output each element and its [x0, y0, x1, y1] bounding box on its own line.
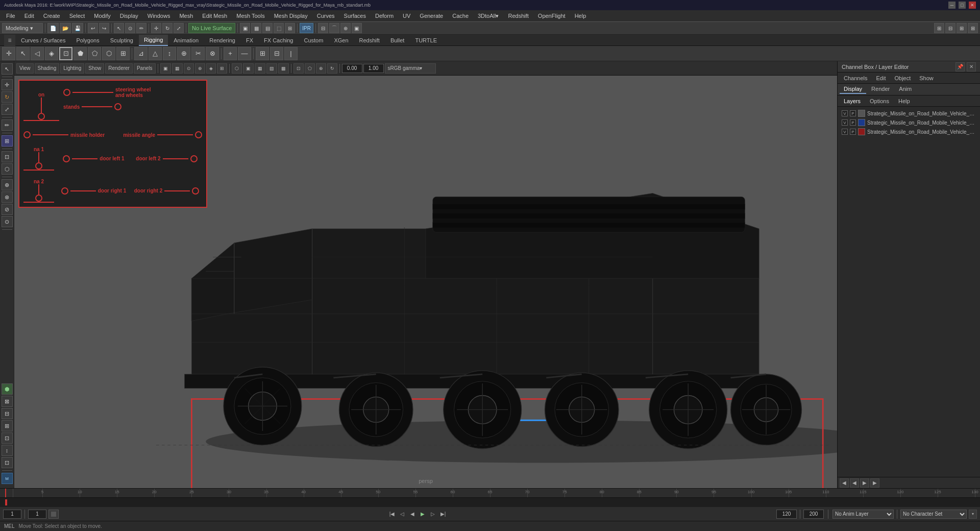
- layer-v-1[interactable]: V: [842, 119, 848, 126]
- menu-select[interactable]: Select: [65, 12, 89, 20]
- tab-polygons[interactable]: Polygons: [71, 35, 104, 46]
- icon-right3[interactable]: ⊞: [957, 23, 967, 33]
- render-btn3[interactable]: ▤: [262, 23, 273, 33]
- rp-tab-edit[interactable]: Edit: [872, 74, 890, 82]
- icon-right2[interactable]: ⊟: [945, 23, 955, 33]
- rig-tool-10[interactable]: △: [149, 47, 162, 60]
- layer-v-0[interactable]: V: [842, 110, 848, 116]
- rig-tool-12[interactable]: ⊕: [177, 47, 190, 60]
- minimize-button[interactable]: ─: [948, 2, 955, 9]
- rp-main-render[interactable]: Render: [867, 85, 894, 94]
- rp-ctrl-btn2[interactable]: ◀: [850, 478, 859, 488]
- lt-select[interactable]: ↖: [2, 63, 13, 75]
- rp-ctrl-btn1[interactable]: ◀: [840, 478, 849, 488]
- mode-dropdown[interactable]: Modeling ▾: [2, 23, 43, 33]
- step-back-button[interactable]: ◁: [398, 510, 406, 518]
- open-button[interactable]: 📂: [60, 23, 71, 33]
- rig-tool-18[interactable]: ⊟: [270, 47, 283, 60]
- new-button[interactable]: 📄: [47, 23, 59, 33]
- rig-tool-9[interactable]: ⊿: [134, 47, 148, 60]
- vp-icon6[interactable]: ⊞: [217, 63, 227, 74]
- maximize-button[interactable]: □: [959, 2, 966, 9]
- render-btn2[interactable]: ▦: [251, 23, 261, 33]
- viewport-area[interactable]: View Shading Lighting Show Renderer Pane…: [14, 61, 837, 488]
- rp-ctrl-btn3[interactable]: ▶: [860, 478, 869, 488]
- lt-tool1[interactable]: ✏: [2, 119, 13, 131]
- tab-rigging[interactable]: Rigging: [139, 35, 168, 46]
- vp-icon13[interactable]: ⬠: [305, 63, 315, 74]
- rig-tool-7[interactable]: ⬡: [102, 47, 115, 60]
- paint-tool[interactable]: ✏: [136, 23, 146, 33]
- end-frame-input[interactable]: [776, 510, 797, 519]
- menu-help[interactable]: Help: [571, 12, 591, 20]
- rig-tool-15[interactable]: +: [224, 47, 237, 60]
- vp-icon14[interactable]: ⊕: [316, 63, 326, 74]
- rotate-tool[interactable]: ↻: [162, 23, 173, 33]
- rig-tool-8[interactable]: ⊞: [116, 47, 130, 60]
- character-set-select[interactable]: No Character Set: [900, 510, 967, 519]
- rig-tool-lasso[interactable]: ◁: [31, 47, 44, 60]
- lt-rotate[interactable]: ↻: [2, 91, 13, 103]
- tab-animation[interactable]: Animation: [168, 35, 204, 46]
- rig-tool-19[interactable]: |: [284, 47, 298, 60]
- rp-main-display[interactable]: Display: [840, 85, 866, 94]
- anim-layer-select[interactable]: No Anim Layer: [832, 510, 894, 519]
- rig-tool-4[interactable]: ⊡: [59, 47, 72, 60]
- vp-icon7[interactable]: ⬡: [232, 63, 242, 74]
- menu-mesh[interactable]: Mesh: [175, 12, 197, 20]
- rig-tool-11[interactable]: ↕: [163, 47, 176, 60]
- lasso-tool[interactable]: ⊙: [125, 23, 135, 33]
- select-tool[interactable]: ↖: [114, 23, 124, 33]
- tab-menu-button[interactable]: ≡: [4, 35, 15, 46]
- undo-button[interactable]: ↩: [88, 23, 98, 33]
- rig-tool-13[interactable]: ✂: [191, 47, 205, 60]
- lt-tool13[interactable]: ⊡: [2, 432, 13, 444]
- snap-point[interactable]: ⊕: [340, 23, 351, 33]
- lt-maya-icon[interactable]: M: [2, 473, 13, 484]
- layer-p-1[interactable]: P: [850, 119, 856, 126]
- icon-btn1[interactable]: IPR: [300, 23, 313, 33]
- range-end-input[interactable]: [803, 510, 824, 519]
- lt-tool9[interactable]: ⬢: [2, 383, 13, 395]
- char-set-options[interactable]: ▾: [969, 510, 977, 519]
- close-button[interactable]: ✕: [969, 2, 976, 9]
- layer-row-0[interactable]: V P Strategic_Missile_on_Road_Mobile_Veh…: [840, 109, 978, 118]
- menu-deform[interactable]: Deform: [371, 12, 398, 20]
- rp-sub-help[interactable]: Help: [894, 97, 914, 105]
- lt-move[interactable]: ✛: [2, 79, 13, 90]
- icon-right1[interactable]: ⊞: [934, 23, 944, 33]
- vp-shading[interactable]: Shading: [35, 63, 60, 74]
- rig-tool-14[interactable]: ⊗: [206, 47, 219, 60]
- rig-tool-select[interactable]: ↖: [16, 47, 30, 60]
- menu-surfaces[interactable]: Surfaces: [340, 12, 370, 20]
- menu-3dtoall[interactable]: 3DtoAll▾: [474, 12, 503, 20]
- menu-mesh-display[interactable]: Mesh Display: [270, 12, 312, 20]
- snap-curve[interactable]: ⌒: [329, 23, 339, 33]
- lt-tool8[interactable]: ⊙: [2, 216, 13, 227]
- icon-right4[interactable]: ⊞: [968, 23, 978, 33]
- lt-tool14[interactable]: ↕: [2, 445, 13, 456]
- tab-bullet[interactable]: Bullet: [385, 35, 410, 46]
- vp-show[interactable]: Show: [85, 63, 104, 74]
- menu-redshift[interactable]: Redshift: [504, 12, 532, 20]
- layer-p-0[interactable]: P: [850, 110, 856, 116]
- menu-file[interactable]: File: [2, 12, 19, 20]
- vp-icon4[interactable]: ⊕: [195, 63, 205, 74]
- vp-icon12[interactable]: ⊡: [293, 63, 304, 74]
- tab-fx[interactable]: FX: [241, 35, 258, 46]
- menu-display[interactable]: Display: [116, 12, 142, 20]
- scale-tool[interactable]: ⤢: [174, 23, 184, 33]
- render-btn1[interactable]: ▣: [240, 23, 250, 33]
- tab-rendering[interactable]: Rendering: [204, 35, 240, 46]
- play-forward-button[interactable]: ▶: [419, 510, 427, 518]
- rp-tab-show[interactable]: Show: [915, 74, 938, 82]
- tab-curves-surfaces[interactable]: Curves / Surfaces: [16, 35, 70, 46]
- move-tool[interactable]: ✛: [151, 23, 161, 33]
- lt-tool5[interactable]: ⊕: [2, 179, 13, 190]
- save-button[interactable]: 💾: [72, 23, 83, 33]
- menu-edit-mesh[interactable]: Edit Mesh: [198, 12, 231, 20]
- tab-fx-caching[interactable]: FX Caching: [259, 35, 298, 46]
- menu-uv[interactable]: UV: [399, 12, 414, 20]
- tab-sculpting[interactable]: Sculpting: [105, 35, 138, 46]
- lt-tool7[interactable]: ⊘: [2, 204, 13, 215]
